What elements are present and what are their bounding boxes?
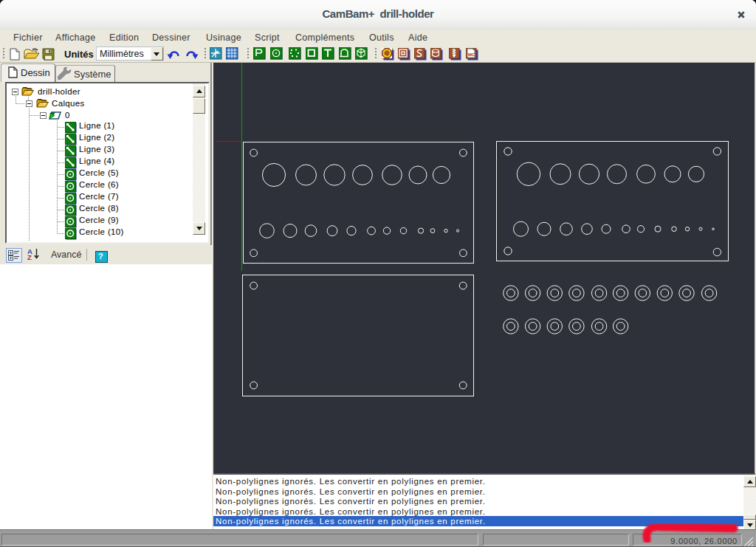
svg-text:MC: MC (468, 52, 475, 57)
